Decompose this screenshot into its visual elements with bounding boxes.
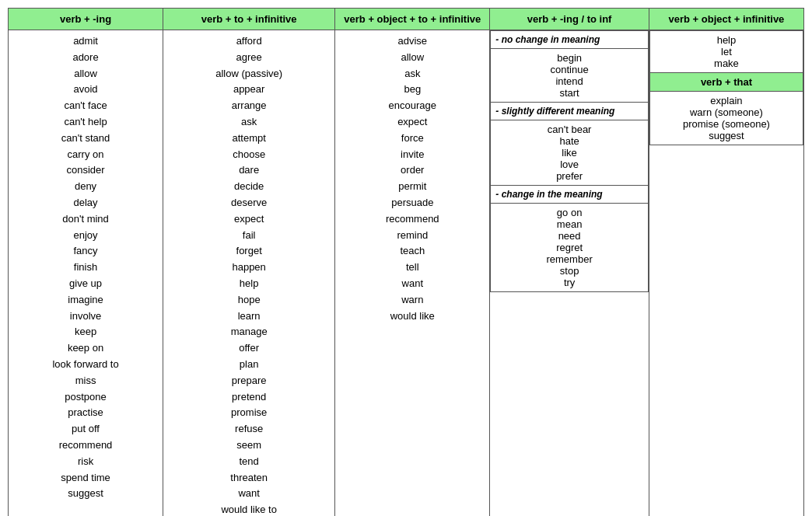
list-item: encourage — [340, 98, 485, 114]
list-item: explain — [655, 95, 798, 106]
list-item: mean — [495, 218, 643, 230]
list-item: ask — [168, 114, 330, 131]
header-col4: verb + -ing / to inf — [490, 9, 649, 30]
list-item: offer — [168, 340, 330, 357]
list-item: forget — [168, 243, 330, 260]
list-item: remind — [340, 228, 485, 244]
col4-section3-words: go onmeanneedregretrememberstoptry — [491, 204, 649, 292]
list-item: finish — [13, 260, 158, 276]
list-item: beg — [340, 82, 485, 98]
list-item: keep on — [13, 340, 158, 357]
list-item: deny — [13, 179, 158, 195]
list-item: seem — [168, 438, 330, 454]
list-item: remember — [495, 253, 643, 265]
list-item: suggest — [13, 486, 158, 502]
list-item: look forward to — [13, 357, 158, 373]
list-item: invite — [340, 147, 485, 163]
list-item: imagine — [13, 292, 158, 309]
list-item: persuade — [340, 195, 485, 211]
list-item: enjoy — [13, 228, 158, 244]
col4-section1-words: begincontinueintendstart — [491, 49, 649, 103]
list-item: can't bear — [495, 124, 643, 135]
list-item: allow — [13, 66, 158, 82]
list-item: give up — [13, 276, 158, 292]
list-item: would like to — [168, 502, 330, 516]
list-item: recommend — [13, 438, 158, 454]
col4-section3-header: - change in the meaning — [491, 186, 649, 204]
list-item: hope — [168, 292, 330, 309]
list-item: can't help — [13, 114, 158, 131]
list-item: ask — [340, 66, 485, 82]
list-item: recommend — [340, 211, 485, 228]
list-item: avoid — [13, 82, 158, 98]
list-item: promise — [168, 405, 330, 421]
list-item: would like — [340, 309, 485, 325]
list-item: happen — [168, 260, 330, 276]
list-item: arrange — [168, 98, 330, 114]
list-item: attempt — [168, 131, 330, 147]
list-item: prefer — [495, 170, 643, 182]
col1-words: admitadoreallowavoidcan't facecan't help… — [9, 30, 163, 517]
col4-section2-words: can't bearhatelikeloveprefer — [491, 120, 649, 186]
col4-section1-header: - no change in meaning — [491, 31, 649, 49]
list-item: need — [495, 230, 643, 242]
list-item: help — [168, 276, 330, 292]
list-item: miss — [13, 373, 158, 389]
list-item: tend — [168, 454, 330, 470]
list-item: plan — [168, 357, 330, 373]
list-item: spend time — [13, 470, 158, 486]
list-item: help — [655, 34, 798, 46]
list-item: let — [655, 46, 798, 58]
list-item: advise — [340, 33, 485, 50]
list-item: consider — [13, 162, 158, 179]
list-item: go on — [495, 207, 643, 218]
list-item: intend — [495, 75, 643, 87]
list-item: afford — [168, 33, 330, 50]
header-col1: verb + -ing — [9, 9, 163, 30]
list-item: expect — [168, 211, 330, 228]
list-item: postpone — [13, 389, 158, 406]
list-item: risk — [13, 454, 158, 470]
list-item: can't face — [13, 98, 158, 114]
list-item: admit — [13, 33, 158, 50]
list-item: hate — [495, 135, 643, 147]
col3-words: adviseallowaskbegencourageexpectforceinv… — [335, 30, 490, 517]
list-item: deserve — [168, 195, 330, 211]
col2-words: affordagreeallow (passive)appeararrangea… — [163, 30, 335, 517]
list-item: regret — [495, 242, 643, 253]
list-item: love — [495, 159, 643, 170]
list-item: agree — [168, 50, 330, 66]
list-item: fail — [168, 228, 330, 244]
list-item: make — [655, 58, 798, 69]
list-item: carry on — [13, 147, 158, 163]
list-item: involve — [13, 309, 158, 325]
header-col3: verb + object + to + infinitive — [335, 9, 490, 30]
list-item: start — [495, 87, 643, 99]
list-item: choose — [168, 147, 330, 163]
list-item: pretend — [168, 389, 330, 406]
list-item: don't mind — [13, 211, 158, 228]
list-item: can't stand — [13, 131, 158, 147]
list-item: tell — [340, 260, 485, 276]
list-item: keep — [13, 324, 158, 340]
col4-cell: - no change in meaning begincontinueinte… — [490, 30, 649, 517]
list-item: warn — [340, 292, 485, 309]
list-item: begin — [495, 52, 643, 64]
list-item: adore — [13, 50, 158, 66]
list-item: decide — [168, 179, 330, 195]
list-item: practise — [13, 405, 158, 421]
list-item: refuse — [168, 421, 330, 438]
list-item: manage — [168, 324, 330, 340]
list-item: try — [495, 277, 643, 288]
list-item: order — [340, 162, 485, 179]
list-item: allow (passive) — [168, 66, 330, 82]
list-item: stop — [495, 265, 643, 277]
col4-section2-header: - slightly different meaning — [491, 103, 649, 120]
list-item: put off — [13, 421, 158, 438]
list-item: suggest — [655, 130, 798, 141]
grammar-table: verb + -ing verb + to + infinitive verb … — [8, 8, 804, 516]
verb-that-header: verb + that — [649, 73, 803, 92]
list-item: allow — [340, 50, 485, 66]
list-item: warn (someone) — [655, 106, 798, 118]
list-item: prepare — [168, 373, 330, 389]
